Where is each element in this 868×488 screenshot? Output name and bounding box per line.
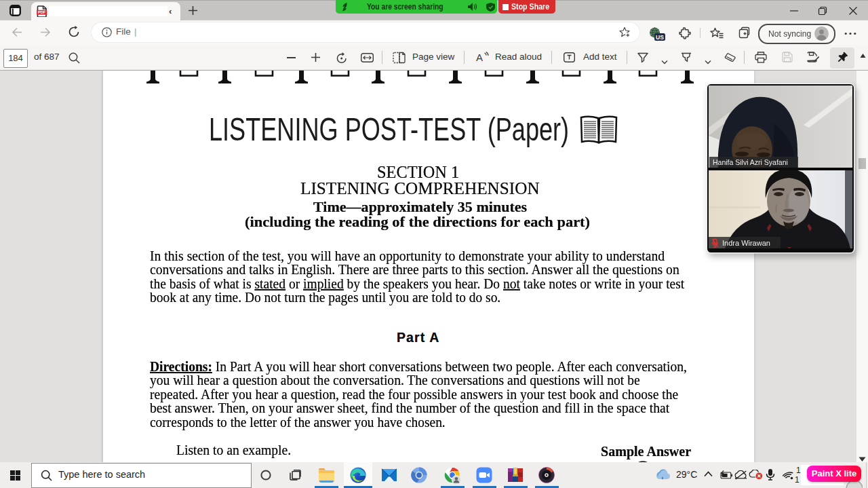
svg-text:A: A (476, 52, 483, 63)
svg-text:Indra Wirawan: Indra Wirawan (722, 239, 770, 247)
svg-text:US: US (656, 34, 664, 41)
svg-text:PDF: PDF (38, 10, 46, 14)
svg-text:Hanifa Silvi Azri Syafani: Hanifa Silvi Azri Syafani (713, 158, 788, 166)
